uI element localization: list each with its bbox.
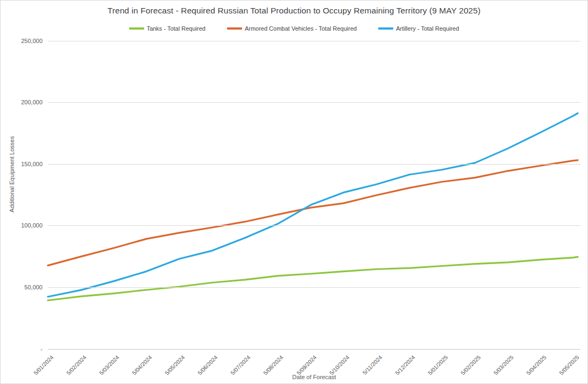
series-line-artillery-total-required[interactable] bbox=[48, 113, 578, 297]
y-tick-label: - bbox=[1, 346, 42, 352]
y-tick-label: 200,000 bbox=[1, 99, 42, 105]
y-gridline bbox=[48, 102, 580, 103]
y-tick-label: 100,000 bbox=[1, 222, 42, 229]
series-line-tanks-total-required[interactable] bbox=[48, 257, 578, 301]
y-gridline bbox=[48, 349, 580, 350]
plot-area bbox=[1, 1, 588, 384]
y-tick-label: 50,000 bbox=[1, 284, 42, 290]
y-gridline bbox=[48, 41, 580, 41]
y-tick-label: 150,000 bbox=[1, 161, 42, 167]
y-gridline bbox=[48, 164, 580, 165]
chart-canvas: Trend in Forecast - Required Russian Tot… bbox=[0, 0, 588, 384]
y-tick-label: 250,000 bbox=[1, 38, 42, 44]
y-gridline bbox=[48, 287, 580, 288]
series-line-armored-combat-vehicles-total-required[interactable] bbox=[48, 160, 578, 266]
y-gridline bbox=[48, 225, 580, 226]
